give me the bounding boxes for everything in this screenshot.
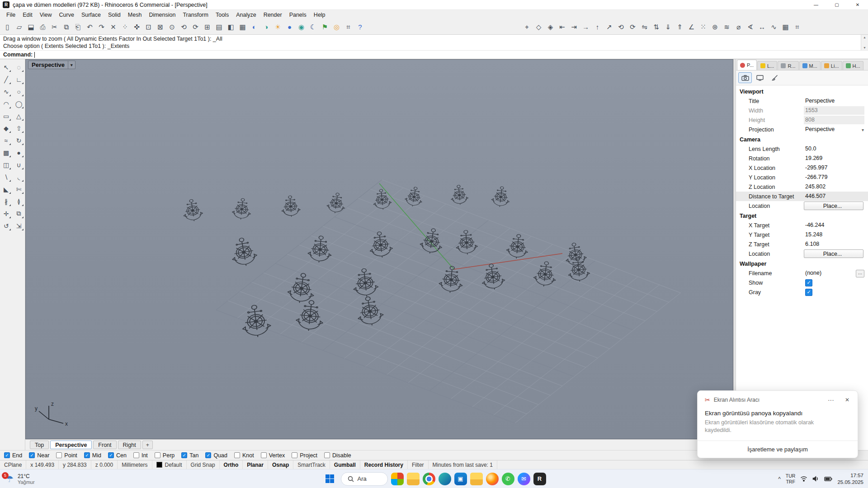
microsoft-store-icon[interactable]: ▣ — [454, 473, 467, 485]
shaded-display-icon[interactable]: ◧ — [225, 21, 236, 33]
length-icon[interactable]: ↔ — [756, 21, 768, 33]
lasso-select-icon[interactable]: ◌ — [13, 61, 24, 73]
osnap-item[interactable]: Quad — [205, 452, 227, 459]
menu-item[interactable]: Help — [310, 11, 329, 19]
cplane-icon[interactable]: ⌖ — [521, 21, 533, 33]
fillet-tool-icon[interactable]: ◟ — [13, 171, 24, 183]
zoom-window-icon[interactable]: ⊡ — [143, 21, 154, 33]
osnap-item[interactable]: Vertex — [261, 452, 285, 459]
osnap-item[interactable]: Knot — [234, 452, 254, 459]
material-ball-icon[interactable]: ● — [284, 21, 295, 33]
named-cplane-icon[interactable]: ◈ — [545, 21, 556, 33]
move-x-icon[interactable]: → — [580, 21, 591, 33]
help-icon[interactable]: ? — [354, 21, 366, 33]
whatsapp-icon[interactable]: ✆ — [502, 473, 514, 485]
print-icon[interactable]: ⎙ — [37, 21, 48, 33]
viewport-tab[interactable]: Top — [30, 441, 49, 449]
menu-item[interactable]: Edit — [19, 11, 36, 19]
tab-materials[interactable]: M... — [799, 61, 821, 70]
widgets-icon[interactable] — [391, 473, 404, 485]
curve-tool-icon[interactable]: ∿ — [0, 86, 12, 97]
tab-layers[interactable]: L... — [757, 61, 777, 70]
close-button[interactable]: ✕ — [847, 0, 868, 9]
status-segment[interactable]: Planar — [243, 460, 268, 469]
menu-item[interactable]: Panels — [286, 11, 310, 19]
osnap-item[interactable]: Point — [56, 452, 77, 459]
toast-action-button[interactable]: İşaretleme ve paylaşım — [698, 441, 858, 458]
curvature-icon[interactable]: ∿ — [768, 21, 779, 33]
rhino-app-icon[interactable]: R — [533, 473, 546, 485]
osnap-item[interactable]: Mid — [84, 452, 101, 459]
set-view-icon[interactable]: ◇ — [533, 21, 544, 33]
mirror-icon[interactable]: ⇋ — [639, 21, 650, 33]
osnap-item[interactable]: Disable — [324, 452, 351, 459]
orient-icon[interactable]: ∠ — [686, 21, 697, 33]
undo-icon[interactable]: ↶ — [84, 21, 95, 33]
file-explorer-icon[interactable] — [407, 473, 420, 485]
menu-item[interactable]: Dimension — [145, 11, 179, 19]
property-value[interactable]: Place... — [804, 202, 863, 210]
named-view-icon[interactable]: ▤ — [213, 21, 225, 33]
osnap-checkbox[interactable] — [56, 452, 62, 458]
scroll-up-icon[interactable]: ▲ — [863, 35, 866, 40]
osnap-checkbox[interactable] — [234, 452, 240, 458]
osnap-checkbox[interactable] — [133, 452, 139, 458]
perspective-viewport[interactable]: Perspective ▾ x y z — [25, 59, 733, 439]
cut-icon[interactable]: ✂ — [49, 21, 60, 33]
move-z-icon[interactable]: ↗ — [604, 21, 615, 33]
move-y-icon[interactable]: ↑ — [592, 21, 603, 33]
array-icon[interactable]: ⁙ — [698, 21, 709, 33]
loft-tool-icon[interactable]: ≈ — [0, 135, 12, 146]
osnap-item[interactable]: Near — [29, 452, 49, 459]
moon-icon[interactable]: ☾ — [307, 21, 319, 33]
command-scrollbar[interactable]: ▲ ▼ — [861, 35, 868, 50]
status-segment[interactable]: x 149.493 — [26, 460, 59, 469]
battery-icon[interactable] — [824, 477, 832, 481]
osnap-checkbox[interactable] — [155, 452, 160, 458]
boolean-union-icon[interactable]: ∪ — [13, 159, 24, 170]
osnap-item[interactable]: Int — [133, 452, 148, 459]
status-segment[interactable]: Gumball — [330, 460, 360, 469]
polar-array-icon[interactable]: ⊛ — [709, 21, 721, 33]
chamfer-tool-icon[interactable]: ◣ — [0, 183, 12, 195]
undo-view-icon[interactable]: ⟲ — [178, 21, 189, 33]
viewport-title-label[interactable]: Perspective ▾ — [28, 61, 75, 69]
viewport-tab[interactable]: Front — [93, 441, 116, 449]
rectangle-tool-icon[interactable]: ▭ — [0, 110, 12, 122]
rotate-cw-icon[interactable]: ⟳ — [627, 21, 638, 33]
viewport-tab[interactable]: Right — [118, 441, 141, 449]
status-segment[interactable]: Grid Snap — [187, 460, 220, 469]
save-file-icon[interactable]: ⬓ — [25, 21, 37, 33]
distribute-icon[interactable]: ≋ — [721, 21, 732, 33]
status-segment[interactable]: Osnap — [268, 460, 293, 469]
zoom-selected-icon[interactable]: ⊙ — [166, 21, 178, 33]
property-value[interactable]: -295.997 — [804, 164, 868, 172]
wifi-icon[interactable] — [800, 476, 807, 482]
osnap-item[interactable]: Perp — [155, 452, 175, 459]
surface-tool-icon[interactable]: ◆ — [0, 122, 12, 134]
menu-item[interactable]: Curve — [56, 11, 78, 19]
osnap-item[interactable]: Cen — [108, 452, 127, 459]
command-prompt[interactable]: Command: — [0, 50, 868, 59]
status-segment[interactable]: Filter — [408, 460, 429, 469]
rotate-ccw-icon[interactable]: ⟲ — [615, 21, 627, 33]
taskbar-search[interactable]: Ara — [341, 472, 388, 486]
menu-item[interactable]: Solid — [104, 11, 124, 19]
property-value[interactable]: Place... — [804, 249, 863, 258]
new-file-icon[interactable]: ▯ — [2, 21, 13, 33]
osnap-checkbox[interactable] — [324, 452, 330, 458]
move-tool-icon[interactable]: ✛ — [0, 208, 12, 219]
boolean-difference-icon[interactable]: ∖ — [0, 171, 12, 183]
clock[interactable]: 17:57 25.05.2025 — [837, 472, 863, 485]
language-indicator[interactable]: TUR TRF — [786, 473, 796, 484]
trim-tool-icon[interactable]: ✄ — [13, 183, 24, 195]
property-value[interactable]: 1553 — [804, 106, 864, 115]
polygon-tool-icon[interactable]: △ — [13, 110, 24, 122]
scroll-down-icon[interactable]: ▼ — [863, 45, 866, 50]
align-y-icon[interactable]: ⇥ — [568, 21, 580, 33]
redo-view-icon[interactable]: ⟳ — [190, 21, 201, 33]
status-segment[interactable]: SmartTrack — [293, 460, 330, 469]
project-icon[interactable]: ⇓ — [662, 21, 674, 33]
folder-icon[interactable] — [470, 473, 483, 485]
open-file-icon[interactable]: ▱ — [14, 21, 25, 33]
